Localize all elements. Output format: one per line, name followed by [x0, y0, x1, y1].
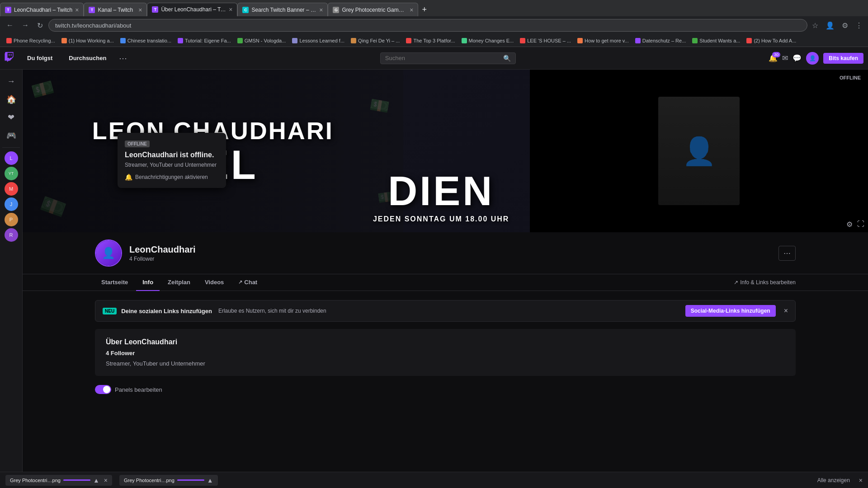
bookmarks-bar: Phone Recycling... (1) How Working a... …	[0, 34, 868, 47]
new-tab-button[interactable]: +	[418, 3, 430, 16]
browser-tab-3[interactable]: T Über LeonChaudhari – Twitch ×	[147, 3, 237, 16]
notifications-icon[interactable]: 🔔 30	[769, 54, 778, 62]
video-settings-icon[interactable]: ⚙	[846, 220, 853, 229]
sidebar-avatar-4[interactable]: J	[5, 197, 18, 211]
bookmark-8[interactable]: The Top 3 Platfor...	[403, 37, 458, 44]
download-1-close[interactable]: ×	[104, 477, 108, 484]
following-nav-item[interactable]: Du folgst	[24, 53, 56, 63]
channel-more-button[interactable]: ⋯	[778, 246, 796, 261]
sidebar-avatar-5[interactable]: P	[5, 213, 18, 226]
twitch-header: Du folgst Durchsuchen ⋯ 🔍 🔔 30 ✉ 💬 👤 Bit…	[0, 47, 868, 70]
browser-tab-5[interactable]: G Grey Photocentric Game Nig… ×	[328, 3, 418, 16]
browser-tab-4[interactable]: C Search Twitch Banner – Canva ×	[237, 3, 328, 16]
sidebar-following-icon[interactable]: ❤	[3, 109, 19, 126]
add-social-links-button[interactable]: Social-Media-Links hinzufügen	[685, 305, 776, 317]
tab-3-title: Über LeonChaudhari – Twitch	[161, 6, 226, 13]
download-item-2[interactable]: Grey Photocentri…png ▲	[119, 475, 218, 486]
bookmark-9[interactable]: Money Changes E...	[459, 37, 517, 44]
tab-3-close[interactable]: ×	[229, 6, 232, 13]
bookmark-6-label: Lessons Learned f...	[299, 38, 344, 43]
sidebar-avatar-2[interactable]: YT	[5, 167, 18, 180]
sidebar-avatar-3[interactable]: M	[5, 182, 18, 196]
sidebar-expand-icon[interactable]: →	[3, 73, 19, 89]
about-followers: 4 Follower	[106, 350, 785, 357]
channel-followers: 4 Follower	[129, 256, 196, 262]
reload-button[interactable]: ↻	[34, 19, 46, 32]
bookmark-13[interactable]: Student Wants a...	[689, 37, 743, 44]
bookmark-2-label: (1) How Working a...	[69, 38, 114, 43]
bookmark-6[interactable]: Lessons Learned f...	[289, 37, 347, 44]
tab-startseite[interactable]: Startseite	[95, 274, 134, 291]
user-avatar[interactable]: 👤	[806, 52, 819, 65]
download-item-1[interactable]: Grey Photocentri…png ▲ ×	[5, 475, 112, 486]
tab-zeitplan[interactable]: Zeitplan	[161, 274, 197, 291]
social-banner-title: Deine sozialen Links hinzufügen	[121, 308, 212, 314]
bookmark-10[interactable]: LEE 'S HOUSE – ...	[517, 37, 574, 44]
sidebar-avatar-1[interactable]: L	[5, 151, 18, 165]
bookmark-10-label: LEE 'S HOUSE – ...	[527, 38, 571, 43]
whispers-icon[interactable]: 💬	[793, 54, 802, 62]
messages-icon[interactable]: ✉	[782, 54, 788, 62]
show-all-downloads-link[interactable]: Alle anzeigen	[817, 477, 850, 483]
header-nav: Du folgst Durchsuchen ⋯	[24, 53, 127, 63]
bookmark-14[interactable]: (2) How To Add A...	[744, 37, 799, 44]
more-nav-button[interactable]: ⋯	[119, 53, 127, 63]
twitch-logo[interactable]	[5, 52, 14, 65]
search-input[interactable]	[385, 55, 500, 61]
tab-4-close[interactable]: ×	[319, 6, 323, 14]
tab-chat-label: Chat	[244, 279, 257, 286]
tab-videos[interactable]: Videos	[198, 274, 230, 291]
bookmark-2[interactable]: (1) How Working a...	[59, 37, 117, 44]
bookmark-11[interactable]: How to get more v...	[575, 37, 632, 44]
bookmark-12-label: Datenschutz – Re...	[642, 38, 686, 43]
profile-icon[interactable]: 👤	[824, 19, 836, 32]
edit-info-link[interactable]: ↗ Info & Links bearbeiten	[734, 279, 796, 286]
tab-chat[interactable]: ↗ Chat	[232, 274, 264, 291]
tab-5-close[interactable]: ×	[410, 6, 413, 14]
bookmark-1[interactable]: Phone Recycling...	[4, 37, 58, 44]
bell-icon: 🔔	[125, 174, 132, 181]
sidebar-home-icon[interactable]: 🏠	[3, 91, 19, 108]
close-social-banner-button[interactable]: ×	[784, 307, 788, 315]
panels-toggle-switch[interactable]	[95, 385, 111, 394]
close-downloads-icon[interactable]: ×	[859, 477, 863, 484]
menu-icon[interactable]: ⋮	[854, 19, 864, 32]
tab-5-title: Grey Photocentric Game Nig…	[342, 7, 407, 13]
bookmark-12[interactable]: Datenschutz – Re...	[632, 37, 689, 44]
sidebar-browse-icon[interactable]: 🎮	[3, 127, 19, 144]
tab-info[interactable]: Info	[136, 274, 160, 291]
bits-button[interactable]: Bits kaufen	[823, 53, 863, 64]
sidebar-avatar-6[interactable]: R	[5, 228, 18, 242]
tab-1-close[interactable]: ×	[75, 6, 79, 14]
search-box[interactable]: 🔍	[380, 52, 516, 64]
bookmark-4[interactable]: Tutorial: Eigene Fa...	[175, 37, 234, 44]
twitch-body: → 🏠 ❤ 🎮 L YT M J P R 💵 💵 💵	[0, 70, 868, 488]
video-fullscreen-icon[interactable]: ⛶	[857, 220, 864, 229]
tab-4-title: Search Twitch Banner – Canva	[251, 7, 316, 13]
download-2-chevron[interactable]: ▲	[207, 477, 213, 484]
address-text: twitch.tv/leonchaudhari/about	[55, 22, 131, 29]
back-button[interactable]: ←	[4, 19, 16, 31]
tabs-right: ↗ Info & Links bearbeiten	[734, 279, 796, 286]
download-2-name: Grey Photocentri…png	[124, 478, 175, 483]
forward-button[interactable]: →	[19, 19, 32, 31]
extension-icon[interactable]: ⚙	[840, 19, 850, 32]
about-bio: Streamer, YouTuber und Unternehmer	[106, 360, 785, 367]
browser-tab-1[interactable]: T LeonChaudhari – Twitch ×	[0, 3, 84, 16]
enable-notifications-button[interactable]: 🔔 Benachrichtigungen aktivieren	[125, 174, 208, 181]
bookmark-star-icon[interactable]: ☆	[810, 19, 820, 32]
search-icon[interactable]: 🔍	[503, 55, 511, 62]
bookmark-7[interactable]: Qing Fei De Yi – ...	[348, 37, 402, 44]
bookmark-5[interactable]: GMSN - Vologda...	[235, 37, 289, 44]
download-1-chevron[interactable]: ▲	[93, 477, 99, 484]
browser-tab-2[interactable]: T Kanal – Twitch ×	[84, 3, 147, 16]
address-bar[interactable]: twitch.tv/leonchaudhari/about	[48, 19, 807, 32]
header-right: 🔔 30 ✉ 💬 👤 Bits kaufen	[769, 52, 863, 65]
tab-2-close[interactable]: ×	[138, 6, 142, 14]
tab-chat-link: ↗ Chat	[238, 279, 257, 286]
channel-tabs: Startseite Info Zeitplan Videos ↗ Chat	[23, 274, 868, 291]
browse-nav-item[interactable]: Durchsuchen	[65, 53, 110, 63]
panels-toggle-label: Panels bearbeiten	[115, 386, 162, 393]
about-panel: Über LeonChaudhari 4 Follower Streamer, …	[95, 329, 796, 376]
bookmark-3[interactable]: Chinese translatio...	[118, 37, 174, 44]
